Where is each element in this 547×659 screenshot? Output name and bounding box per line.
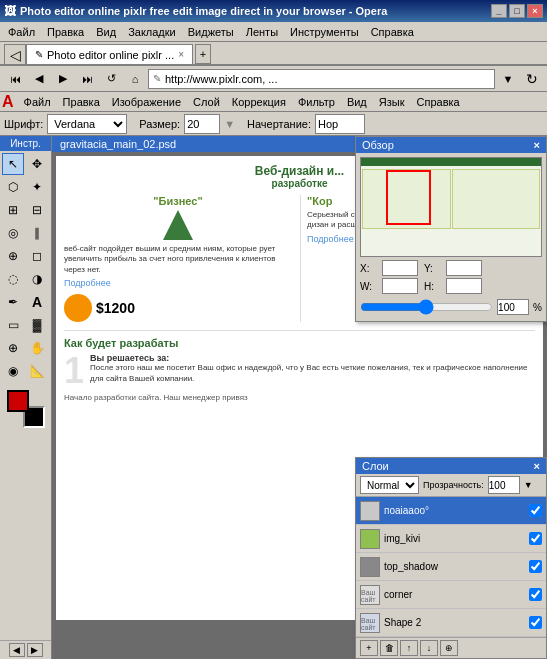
merge-button[interactable]: ⊕ xyxy=(440,640,458,656)
active-tab[interactable]: ✎ Photo editor online pixlr ... × xyxy=(26,44,193,64)
tool-stamp[interactable]: ⊕ xyxy=(2,245,24,267)
tool-pen[interactable]: ✒ xyxy=(2,291,24,313)
apple-icon xyxy=(64,294,92,322)
new-tab-button[interactable]: + xyxy=(195,44,211,64)
nav-back-button[interactable]: ◀ xyxy=(28,68,50,90)
font-select[interactable]: Verdana xyxy=(47,114,127,134)
tab-back-btn[interactable]: ◁ xyxy=(4,44,26,64)
nav-go-button[interactable]: ▼ xyxy=(497,68,519,90)
toolbox-next-btn[interactable]: ▶ xyxy=(27,643,43,657)
layer-item[interactable]: img_kivi xyxy=(356,525,546,553)
tool-ruler[interactable]: 📐 xyxy=(26,360,48,382)
layer-item[interactable]: top_shadow xyxy=(356,553,546,581)
color-swatches[interactable] xyxy=(7,390,45,428)
tool-hand[interactable]: ✋ xyxy=(26,337,48,359)
layers-footer: + 🗑 ↑ ↓ ⊕ xyxy=(356,637,546,658)
tool-eye[interactable]: ◉ xyxy=(2,360,24,382)
layer-thumbnail xyxy=(360,557,380,577)
nav-reload-button[interactable]: ↺ xyxy=(100,68,122,90)
tool-heal[interactable]: ◎ xyxy=(2,222,24,244)
tool-lasso[interactable]: ⬡ xyxy=(2,176,24,198)
blur-icon: ◌ xyxy=(8,272,18,286)
menu-tools[interactable]: Инструменты xyxy=(284,24,365,40)
address-bar[interactable]: ✎ http://www.pixlr.com, ... xyxy=(148,69,495,89)
w-label: W: xyxy=(360,281,380,292)
zoom-input[interactable] xyxy=(497,299,529,315)
nav-refresh-icon[interactable]: ↻ xyxy=(521,68,543,90)
layer-visibility-checkbox[interactable] xyxy=(529,504,542,517)
tool-text[interactable]: A xyxy=(26,291,48,313)
tool-crop[interactable]: ⊞ xyxy=(2,199,24,221)
toolbox-prev-btn[interactable]: ◀ xyxy=(9,643,25,657)
layer-visibility-checkbox[interactable] xyxy=(529,616,542,629)
app-menu-filter[interactable]: Фильтр xyxy=(292,94,341,110)
tool-slice[interactable]: ⊟ xyxy=(26,199,48,221)
biz1-more[interactable]: Подробнее xyxy=(64,278,292,288)
tool-magic-wand[interactable]: ✦ xyxy=(26,176,48,198)
layers-panel: Слои × Normal Прозрачность: ▼ поаіааоо° xyxy=(355,457,547,659)
tool-blur[interactable]: ◌ xyxy=(2,268,24,290)
layer-item[interactable]: Ваш сайт Shape 2 xyxy=(356,609,546,637)
maximize-button[interactable]: □ xyxy=(509,4,525,18)
app-menu-edit[interactable]: Правка xyxy=(57,94,106,110)
magic-wand-icon: ✦ xyxy=(32,180,42,194)
tool-select[interactable] xyxy=(2,153,24,175)
layer-visibility-checkbox[interactable] xyxy=(529,588,542,601)
minimize-button[interactable]: _ xyxy=(491,4,507,18)
thumb-header-bar xyxy=(361,158,541,166)
add-layer-button[interactable]: + xyxy=(360,640,378,656)
opacity-input[interactable] xyxy=(488,476,520,494)
y-input[interactable] xyxy=(446,260,482,276)
tool-brush[interactable]: ∥ xyxy=(26,222,48,244)
move-down-button[interactable]: ↓ xyxy=(420,640,438,656)
w-input[interactable] xyxy=(382,278,418,294)
overview-close-button[interactable]: × xyxy=(534,139,540,151)
steps-heading: Как будет разрабаты xyxy=(64,337,535,349)
app-icon: 🖼 xyxy=(4,4,16,18)
menu-bookmarks[interactable]: Закладки xyxy=(122,24,182,40)
tool-dodge[interactable]: ◑ xyxy=(26,268,48,290)
menu-view[interactable]: Вид xyxy=(90,24,122,40)
app-menu-correction[interactable]: Коррекция xyxy=(226,94,292,110)
nav-first-button[interactable]: ⏮ xyxy=(4,68,26,90)
toolbox-panel: Инстр. ⬡ ✦ ⊞ ⊟ ◎ ∥ ⊕ ◻ ◌ ◑ ✒ A ▭ ▓ ⊕ ✋ ◉… xyxy=(0,136,52,659)
close-button[interactable]: × xyxy=(527,4,543,18)
menu-file[interactable]: Файл xyxy=(2,24,41,40)
menu-feeds[interactable]: Ленты xyxy=(240,24,284,40)
layer-visibility-checkbox[interactable] xyxy=(529,532,542,545)
app-menu-file[interactable]: Файл xyxy=(18,94,57,110)
app-menu-help[interactable]: Справка xyxy=(411,94,466,110)
canvas-filename: gravitacia_main_02.psd xyxy=(60,138,176,150)
nav-home-button[interactable]: ⌂ xyxy=(124,68,146,90)
layers-title: Слои xyxy=(362,460,389,472)
layer-visibility-checkbox[interactable] xyxy=(529,560,542,573)
h-input[interactable] xyxy=(446,278,482,294)
layer-item[interactable]: поаіааоо° xyxy=(356,497,546,525)
layer-item[interactable]: Ваш сайт corner xyxy=(356,581,546,609)
zoom-slider[interactable] xyxy=(360,303,493,311)
size-input[interactable]: 20 xyxy=(184,114,220,134)
app-menu-language[interactable]: Язык xyxy=(373,94,411,110)
tool-shape[interactable]: ▭ xyxy=(2,314,24,336)
foreground-color-swatch[interactable] xyxy=(7,390,29,412)
nav-forward-button[interactable]: ▶ xyxy=(52,68,74,90)
tool-eraser[interactable]: ◻ xyxy=(26,245,48,267)
menu-widgets[interactable]: Виджеты xyxy=(182,24,240,40)
blend-mode-select[interactable]: Normal xyxy=(360,476,419,494)
app-menu-view[interactable]: Вид xyxy=(341,94,373,110)
tool-move[interactable] xyxy=(26,153,48,175)
nav-last-button[interactable]: ⏭ xyxy=(76,68,98,90)
tool-zoom[interactable]: ⊕ xyxy=(2,337,24,359)
tab-close-icon[interactable]: × xyxy=(178,49,184,60)
menu-help[interactable]: Справка xyxy=(365,24,420,40)
layers-close-button[interactable]: × xyxy=(534,460,540,472)
opacity-dropdown-btn[interactable]: ▼ xyxy=(524,480,533,490)
app-menu-layer[interactable]: Слой xyxy=(187,94,226,110)
delete-layer-button[interactable]: 🗑 xyxy=(380,640,398,656)
style-input[interactable]: Нор xyxy=(315,114,365,134)
tool-gradient[interactable]: ▓ xyxy=(26,314,48,336)
move-up-button[interactable]: ↑ xyxy=(400,640,418,656)
menu-edit[interactable]: Правка xyxy=(41,24,90,40)
x-input[interactable] xyxy=(382,260,418,276)
app-menu-image[interactable]: Изображение xyxy=(106,94,187,110)
